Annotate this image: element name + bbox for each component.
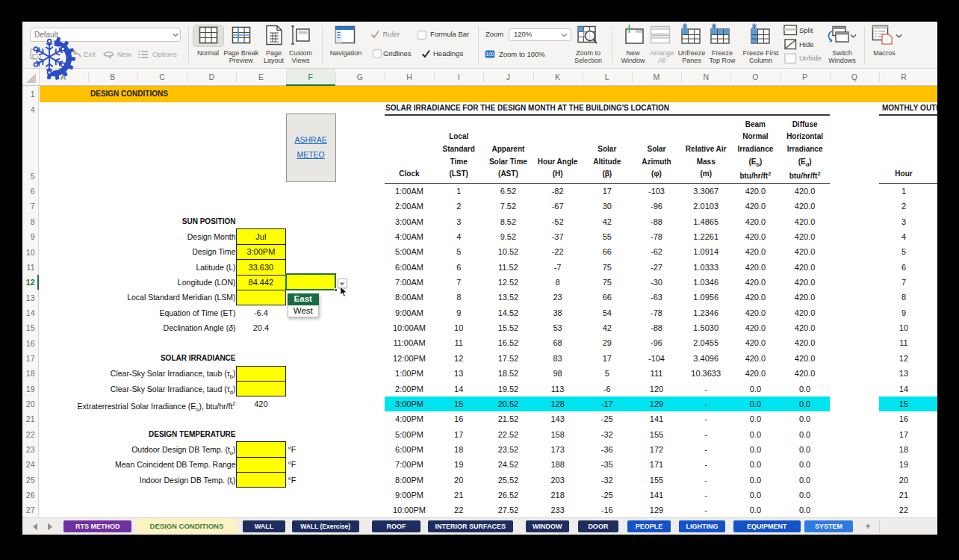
svg-text:100: 100: [486, 52, 494, 57]
